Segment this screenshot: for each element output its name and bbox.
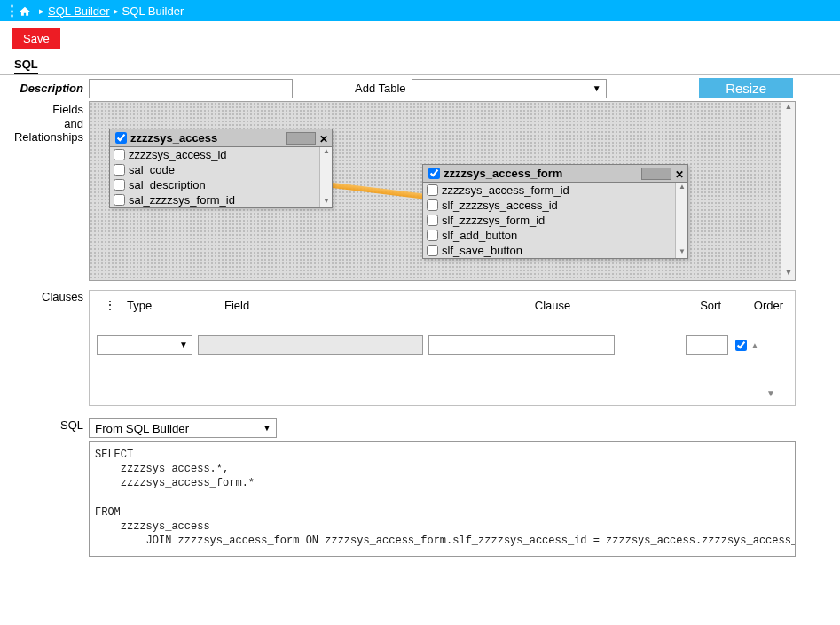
table-box[interactable]: zzzzsys_accesszzzzsys_access_idsal_codes…: [109, 129, 333, 208]
clause-row-checkbox[interactable]: [735, 340, 747, 351]
table-spacer: [286, 132, 316, 145]
table-field[interactable]: slf_zzzzsys_form_id: [423, 213, 687, 228]
label-sql: SQL: [0, 418, 89, 438]
clauses-menu-icon[interactable]: [104, 298, 116, 312]
col-header-field: Field: [224, 299, 451, 312]
clauses-section: Clauses Type Field Clause Sort Order: [0, 290, 840, 406]
row-up-icon[interactable]: [750, 340, 759, 350]
table-field[interactable]: sal_code: [110, 162, 332, 177]
sql-source-select[interactable]: From SQL Builder: [89, 418, 277, 438]
field-label: slf_zzzzsys_form_id: [442, 214, 545, 227]
scroll-up-icon[interactable]: [781, 102, 796, 114]
field-label: sal_description: [129, 178, 206, 191]
field-checkbox[interactable]: [427, 245, 438, 256]
label-description: Description: [0, 82, 89, 95]
table-name: zzzzsys_access_form: [444, 167, 641, 180]
col-header-clause: Clause: [451, 299, 655, 312]
chevron-right-icon: [39, 5, 44, 17]
table-field[interactable]: zzzzsys_access_id: [110, 147, 332, 162]
scroll-down-icon[interactable]: [320, 197, 332, 207]
table-field[interactable]: slf_zzzzsys_access_id: [423, 198, 687, 213]
scroll-up-icon[interactable]: [320, 147, 332, 158]
table-field[interactable]: sal_description: [110, 177, 332, 192]
scroll-down-icon[interactable]: [676, 247, 687, 258]
close-icon[interactable]: [318, 132, 330, 145]
tab-sql[interactable]: SQL: [14, 56, 38, 74]
label-add-table: Add Table: [355, 82, 412, 95]
sql-section: SQL From SQL Builder: [0, 418, 840, 438]
clause-type-select[interactable]: [97, 335, 192, 355]
description-input[interactable]: [89, 79, 293, 98]
table-title-bar[interactable]: zzzzsys_access: [110, 129, 332, 147]
field-label: sal_code: [129, 163, 175, 176]
field-checkbox[interactable]: [427, 184, 438, 196]
field-checkbox[interactable]: [114, 194, 125, 206]
clauses-header: Type Field Clause Sort Order: [95, 294, 789, 323]
home-icon[interactable]: [18, 4, 32, 18]
sql-text[interactable]: SELECT zzzzsys_access.*, zzzzsys_access_…: [89, 441, 796, 557]
table-field[interactable]: zzzzsys_access_form_id: [423, 183, 687, 198]
table-fields: zzzzsys_access_idsal_codesal_description…: [110, 147, 332, 207]
scroll-down-icon[interactable]: [781, 268, 796, 280]
tabs-row: SQL: [0, 56, 840, 74]
clause-row: [95, 333, 789, 356]
field-label: zzzzsys_access_form_id: [442, 184, 569, 197]
table-field[interactable]: sal_zzzzsys_form_id: [110, 192, 332, 207]
add-table-select[interactable]: [412, 79, 607, 98]
table-field[interactable]: slf_add_button: [423, 228, 687, 243]
field-checkbox[interactable]: [114, 164, 125, 176]
save-row: Save: [0, 21, 840, 56]
relationship-canvas[interactable]: zzzzsys_accesszzzzsys_access_idsal_codes…: [89, 101, 796, 281]
field-label: slf_save_button: [442, 244, 522, 257]
clause-field-input[interactable]: [198, 335, 423, 355]
field-label: zzzzsys_access_id: [129, 148, 227, 161]
field-checkbox[interactable]: [114, 149, 125, 160]
clauses-box: Type Field Clause Sort Order: [89, 290, 796, 406]
table-title-bar[interactable]: zzzzsys_access_form: [423, 165, 687, 183]
table-box[interactable]: zzzzsys_access_formzzzzsys_access_form_i…: [422, 164, 688, 259]
canvas-scrollbar[interactable]: [781, 102, 795, 280]
label-fields-relationships: Fields and Relationships: [0, 101, 89, 281]
col-header-type: Type: [127, 299, 224, 312]
scroll-up-icon[interactable]: [676, 183, 687, 193]
form-row-description: Description Add Table Resize: [0, 74, 840, 101]
chevron-right-icon: [114, 5, 119, 17]
field-label: slf_add_button: [442, 229, 517, 242]
table-name: zzzzsys_access: [130, 131, 286, 145]
col-header-order: Order: [721, 299, 783, 312]
col-header-sort: Sort: [655, 299, 721, 312]
table-spacer: [641, 168, 671, 180]
table-checkbox[interactable]: [428, 168, 440, 179]
table-fields: zzzzsys_access_form_idslf_zzzzsys_access…: [423, 183, 687, 258]
label-clauses: Clauses: [0, 290, 89, 406]
field-checkbox[interactable]: [427, 230, 438, 241]
menu-dots-icon[interactable]: [5, 3, 12, 19]
row-down-icon[interactable]: [95, 388, 789, 398]
field-checkbox[interactable]: [114, 179, 125, 191]
field-label: sal_zzzzsys_form_id: [129, 193, 235, 207]
table-field[interactable]: slf_save_button: [423, 243, 687, 258]
close-icon[interactable]: [673, 168, 686, 180]
field-checkbox[interactable]: [427, 199, 438, 211]
field-checkbox[interactable]: [427, 215, 438, 226]
table-checkbox[interactable]: [115, 132, 127, 144]
breadcrumb-current: SQL Builder: [122, 4, 184, 18]
resize-button[interactable]: Resize: [699, 78, 793, 98]
sql-text-wrap: SELECT zzzzsys_access.*, zzzzsys_access_…: [89, 441, 796, 559]
fields-row: Fields and Relationships zzzzsys_accessz…: [0, 101, 840, 281]
table-scrollbar[interactable]: [675, 183, 687, 258]
breadcrumb-link[interactable]: SQL Builder: [48, 4, 110, 18]
table-scrollbar[interactable]: [319, 147, 332, 207]
field-label: slf_zzzzsys_access_id: [442, 199, 558, 212]
clause-value-input[interactable]: [428, 335, 615, 355]
save-button[interactable]: Save: [12, 28, 60, 49]
breadcrumb-bar: SQL Builder SQL Builder: [0, 0, 840, 21]
clause-order-input[interactable]: [686, 335, 728, 355]
